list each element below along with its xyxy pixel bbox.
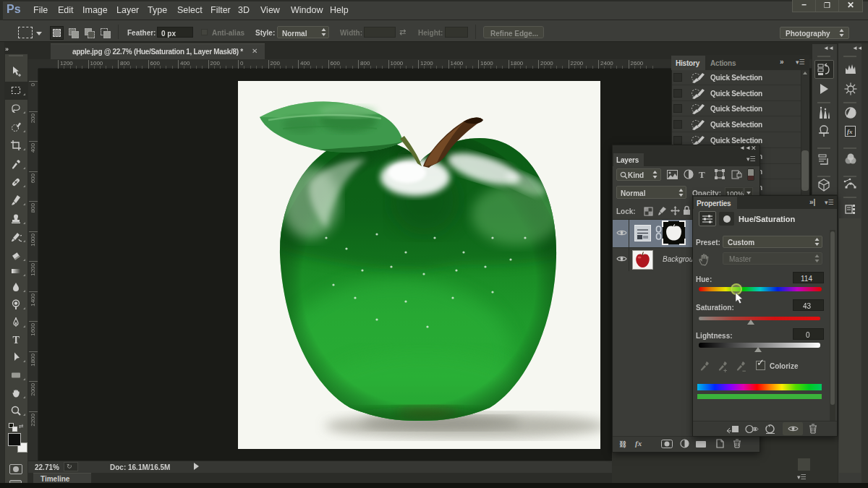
svg-text:T: T	[13, 335, 20, 346]
svg-text:fx: fx	[847, 128, 853, 135]
